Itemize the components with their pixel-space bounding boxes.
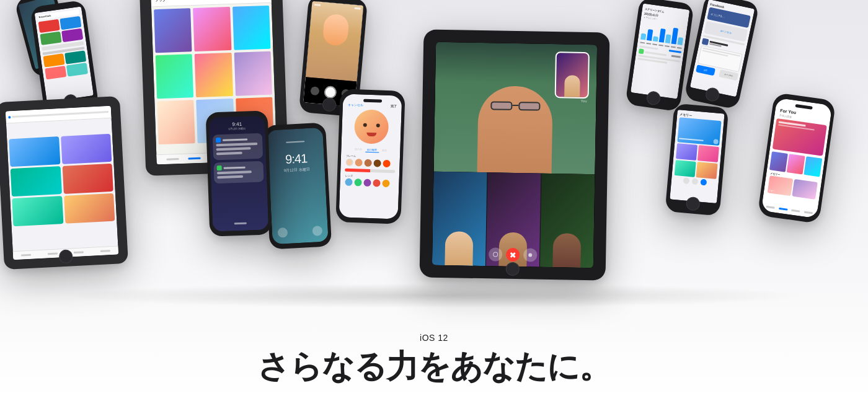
lock-date-display: 9月12日 水曜日 <box>284 167 310 174</box>
home-button-ipad-travel <box>59 249 73 263</box>
ground-shadow <box>62 283 806 308</box>
device-screen-travel <box>6 106 118 260</box>
ios-headline: さらなる力をあなたに。 <box>257 345 611 389</box>
main-scene: Essentials <box>0 0 868 401</box>
device-ipad-facetime: You <box>420 29 610 280</box>
bottom-text-area: iOS 12 さらなる力をあなたに。 <box>257 333 611 389</box>
lock-time-display: 9:41 <box>285 151 308 167</box>
device-iphonex-foryou: For You 共有の提案 メモリー <box>758 92 836 224</box>
device-screen-facebook: Facebook オフにする... キャンセル <box>690 0 755 97</box>
device-iphonex-notifications: 9:41 9月12日 水曜日 <box>206 110 272 236</box>
device-screen-lockscreen: 9:41 9月12日 水曜日 <box>267 128 329 244</box>
device-screen-facetime: You <box>432 42 597 268</box>
device-screen-foryou: For You 共有の提案 メモリー <box>761 98 833 219</box>
device-iphone-screentime: スクリーンタイム 2時間45分 ▲ 昨日より多い <box>625 0 694 112</box>
device-screen-memoji: キャンセル 完了 肌の色 顔の輪郭 植 <box>339 94 402 219</box>
device-iphone-facebook: Facebook オフにする... キャンセル <box>684 0 760 110</box>
device-screen-screentime: スクリーンタイム 2時間45分 ▲ 昨日より多い <box>631 3 689 99</box>
device-ipad-travel <box>0 96 128 270</box>
device-screen-notifications: 9:41 9月12日 水曜日 <box>209 115 268 231</box>
device-iphone-memories: メモリー <box>665 103 729 216</box>
home-button-ipad-facetime <box>506 262 520 276</box>
ios-subtitle: iOS 12 <box>257 333 611 343</box>
device-iphonex-memoji: キャンセル 完了 肌の色 顔の輪郭 植 <box>335 89 405 224</box>
you-label: You <box>580 99 587 103</box>
device-screen-shortcuts: Essentials <box>35 6 94 102</box>
device-iphonex-lockscreen: 9:41 9月12日 水曜日 <box>264 123 332 250</box>
device-screen-memories: メモリー <box>670 110 724 203</box>
